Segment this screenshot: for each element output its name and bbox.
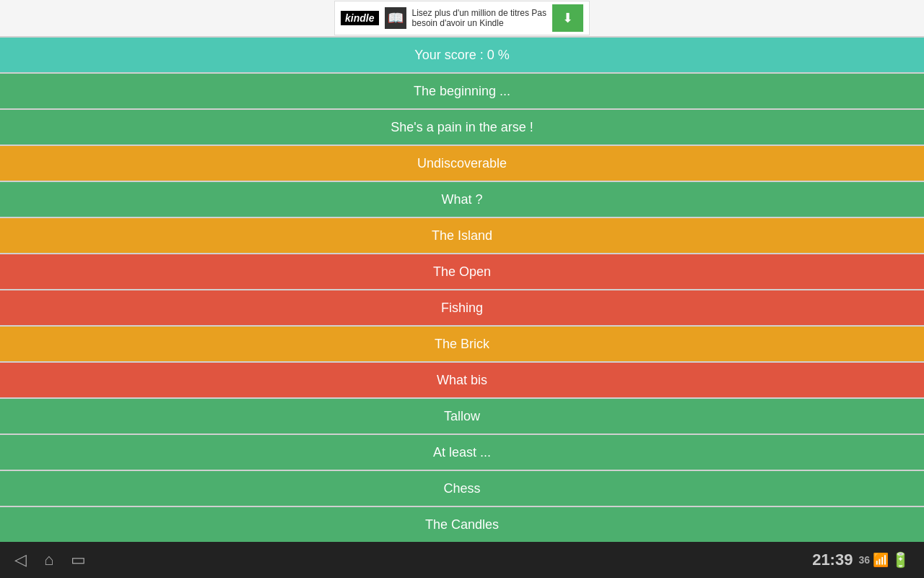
ad-inner[interactable]: kindle 📖 Lisez plus d'un million de titr… xyxy=(334,1,590,35)
list-item[interactable]: Tallow xyxy=(0,399,924,434)
battery-icon: 🔋 xyxy=(892,551,910,569)
back-icon[interactable]: ◁ xyxy=(14,551,27,569)
list-item[interactable]: Your score : 0 % xyxy=(0,38,924,72)
list-item[interactable]: The beginning ... xyxy=(0,74,924,108)
ad-text: Lisez plus d'un million de titres Pas be… xyxy=(412,8,546,28)
status-bar: ◁ ⌂ ▭ 21:39 36 📶 🔋 xyxy=(0,542,924,578)
status-right: 21:39 36 📶 🔋 xyxy=(812,551,910,569)
kindle-icon: 📖 xyxy=(385,7,406,29)
list-item[interactable]: What ? xyxy=(0,182,924,217)
signal-icon: 📶 xyxy=(873,552,889,568)
nav-left: ◁ ⌂ ▭ xyxy=(14,551,86,569)
list-item[interactable]: Undiscoverable xyxy=(0,146,924,181)
main-content: Your score : 0 %The beginning ...She's a… xyxy=(0,36,924,542)
list-item[interactable]: She's a pain in the arse ! xyxy=(0,110,924,144)
list-item[interactable]: Fishing xyxy=(0,290,924,325)
time-display: 21:39 xyxy=(812,551,853,569)
list-item[interactable]: What bis xyxy=(0,363,924,397)
download-button[interactable]: ⬇ xyxy=(552,4,583,32)
list-item[interactable]: At least ... xyxy=(0,435,924,470)
kindle-logo: kindle xyxy=(341,11,378,25)
recent-icon[interactable]: ▭ xyxy=(71,551,86,569)
list-item[interactable]: The Candles xyxy=(0,507,924,542)
list-item[interactable]: The Open xyxy=(0,254,924,289)
ad-banner: kindle 📖 Lisez plus d'un million de titr… xyxy=(0,0,924,36)
home-icon[interactable]: ⌂ xyxy=(44,551,53,569)
battery-number: 36 xyxy=(858,554,870,566)
list-item[interactable]: Chess xyxy=(0,471,924,506)
list-item[interactable]: The Island xyxy=(0,218,924,253)
list-item[interactable]: The Brick xyxy=(0,327,924,361)
battery-info: 36 📶 🔋 xyxy=(858,551,910,569)
